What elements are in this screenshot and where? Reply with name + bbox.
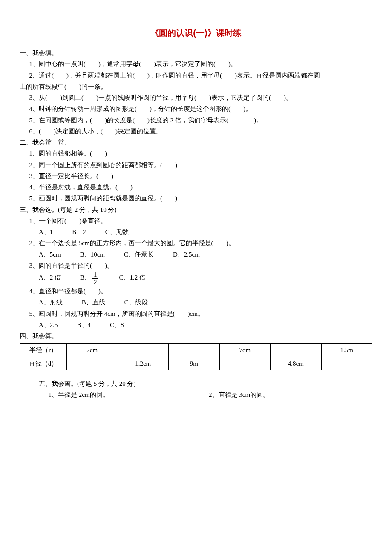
table-cell: 4.8cm — [271, 357, 322, 370]
q1-5: 5、在同圆或等圆内，( )的长度是( )长度的 2 倍，我们字母表示( )。 — [20, 115, 372, 126]
q5-2: 2、直径是 3cm的圆。 — [196, 389, 372, 400]
section-2-heading: 二、我会辩一辩。 — [20, 137, 372, 148]
radius-diameter-table: 半径（r） 2cm 7dm 1.5m 直径（d） 1.2cm 9m 4.8cm — [20, 343, 372, 370]
q1-2: 2、通过( )，并且两端都在圆上的( )，叫作圆的直径，用字母( )表示。直径是… — [20, 70, 372, 81]
q3-1-options: A、1 B、2 C、无数 — [20, 226, 372, 237]
q5-1: 1、半径是 2cm的圆。 — [20, 389, 196, 400]
section-4-heading: 四、我会算。 — [20, 330, 372, 341]
q1-3: 3、从( )到圆上( )一点的线段叫作圆的半径，用字母( )表示，它决定了圆的(… — [20, 92, 372, 103]
q3-2: 2、在一个边长是 5cm的正方形内，画一个最大的圆。它的半径是( )。 — [20, 237, 372, 249]
row-header-radius: 半径（r） — [20, 344, 67, 357]
q2-2: 2、同一个圆上所有的点到圆心的距离都相等。( ) — [20, 159, 372, 171]
table-cell: 2cm — [67, 344, 118, 357]
q3-4: 4、直径和半径都是( )。 — [20, 286, 372, 297]
q1-2b: 上的所有线段中( )的一条。 — [20, 81, 372, 92]
fraction-numerator: 1 — [92, 271, 98, 279]
table-cell — [271, 344, 322, 357]
q3-4-options: A、射线 B、直线 C、线段 — [20, 297, 372, 308]
q2-1: 1、圆的直径都相等。( ) — [20, 148, 372, 159]
table-cell: 7dm — [219, 344, 271, 357]
table-row: 直径（d） 1.2cm 9m 4.8cm — [20, 357, 372, 370]
section-5-heading: 五、我会画。(每题 5 分，共 20 分) — [20, 378, 372, 389]
fraction-denominator: 2 — [92, 279, 98, 286]
q3-3-opt-a: A、2 倍 B、 — [39, 274, 91, 281]
q3-3: 3、圆的直径是半径的( )。 — [20, 260, 372, 271]
section-5-questions: 1、半径是 2cm的圆。 2、直径是 3cm的圆。 — [20, 389, 372, 400]
q2-3: 3、直径一定比半径长。( ) — [20, 171, 372, 182]
q3-3-opt-c: C、1.2 倍 — [100, 274, 146, 281]
table-cell — [67, 357, 118, 370]
table-cell — [219, 357, 271, 370]
q3-3-options: A、2 倍 B、12 C、1.2 倍 — [20, 271, 372, 286]
page-title: 《圆的认识(一)》课时练 — [20, 26, 372, 40]
table-cell: 1.5m — [321, 344, 372, 357]
q1-1: 1、圆中心的一点叫( )，通常用字母( )表示，它决定了圆的( )。 — [20, 58, 372, 69]
table-cell — [118, 344, 169, 357]
table-cell: 1.2cm — [118, 357, 169, 370]
q3-5: 5、画圆时，圆规两脚分开 4cm，所画的圆的直径是( )cm。 — [20, 308, 372, 319]
q2-5: 5、画圆时，圆规两脚间的距离就是圆的直径。( ) — [20, 193, 372, 204]
section-1-heading: 一、我会填。 — [20, 47, 372, 58]
q3-5-options: A、2.5 B、4 C、8 — [20, 319, 372, 330]
table-cell — [169, 344, 220, 357]
section-3-heading: 三、我会选。(每题 2 分，共 10 分) — [20, 204, 372, 215]
fraction-icon: 12 — [92, 271, 98, 286]
q1-6: 6、( )决定圆的大小，( )决定圆的位置。 — [20, 126, 372, 137]
table-row: 半径（r） 2cm 7dm 1.5m — [20, 344, 372, 357]
row-header-diameter: 直径（d） — [20, 357, 67, 370]
q1-4: 4、时钟的分针转动一周形成的图形是( )，分针的长度是这个图形的( )。 — [20, 103, 372, 114]
table-cell — [321, 357, 372, 370]
q3-2-options: A、5cm B、10cm C、任意长 D、2.5cm — [20, 249, 372, 260]
q3-1: 1、一个圆有( )条直径。 — [20, 215, 372, 226]
q2-4: 4、半径是射线，直径是直线。( ) — [20, 182, 372, 193]
table-cell: 9m — [169, 357, 220, 370]
